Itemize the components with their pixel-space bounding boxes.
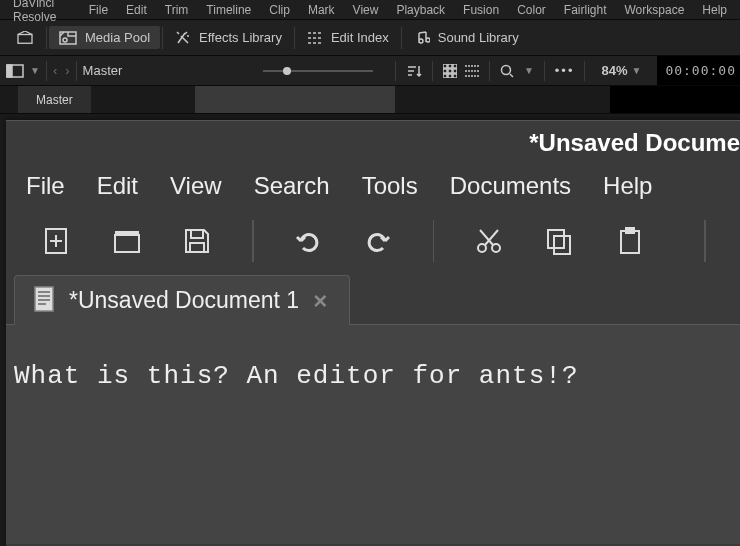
media-pool-button[interactable]: Media Pool — [49, 26, 160, 49]
svg-rect-23 — [554, 236, 570, 254]
menu-trim[interactable]: Trim — [156, 1, 198, 19]
ed-menu-help[interactable]: Help — [603, 172, 652, 200]
editor-text-area[interactable]: What is this? An editor for ants!? — [6, 324, 740, 544]
menu-playback[interactable]: Playback — [387, 1, 454, 19]
save-button[interactable] — [181, 224, 214, 258]
more-icon[interactable]: ••• — [555, 63, 575, 78]
window-titlebar[interactable]: *Unsaved Docume — [6, 121, 740, 165]
menu-edit[interactable]: Edit — [117, 1, 156, 19]
menu-clip[interactable]: Clip — [260, 1, 299, 19]
nav-back-icon[interactable]: ‹ — [53, 63, 57, 78]
svg-point-2 — [63, 38, 67, 42]
timecode[interactable]: 00:00:00 — [657, 56, 740, 85]
svg-rect-10 — [453, 69, 457, 73]
menu-help[interactable]: Help — [693, 1, 736, 19]
paste-button[interactable] — [614, 224, 647, 258]
open-folder-icon — [112, 226, 142, 256]
redo-button[interactable] — [362, 224, 395, 258]
document-tab[interactable]: *Unsaved Document 1 × — [14, 275, 350, 325]
menu-view[interactable]: View — [344, 1, 388, 19]
menu-color[interactable]: Color — [508, 1, 555, 19]
menu-fusion[interactable]: Fusion — [454, 1, 508, 19]
sidebar-toggle-icon[interactable] — [6, 64, 24, 78]
editor-menubar: File Edit View Search Tools Documents He… — [6, 165, 740, 207]
sound-library-icon — [414, 30, 430, 46]
undo-button[interactable] — [292, 224, 325, 258]
effects-icon — [175, 30, 191, 46]
menu-mark[interactable]: Mark — [299, 1, 344, 19]
undo-icon — [293, 226, 323, 256]
effects-library-label: Effects Library — [199, 30, 282, 45]
sound-library-button[interactable]: Sound Library — [404, 26, 529, 50]
svg-rect-4 — [7, 65, 12, 77]
media-pool-label: Media Pool — [85, 30, 150, 45]
menu-timeline[interactable]: Timeline — [197, 1, 260, 19]
ed-menu-file[interactable]: File — [26, 172, 65, 200]
ed-menu-search[interactable]: Search — [254, 172, 330, 200]
menu-fairlight[interactable]: Fairlight — [555, 1, 616, 19]
text-editor-window: *Unsaved Docume File Edit View Search To… — [6, 120, 740, 546]
svg-rect-7 — [453, 64, 457, 68]
document-tab-label: *Unsaved Document 1 — [69, 287, 299, 314]
chevron-down-icon[interactable]: ▼ — [30, 65, 40, 76]
sort-icon[interactable] — [406, 64, 422, 78]
svg-rect-0 — [18, 34, 32, 43]
edit-index-button[interactable]: Edit Index — [297, 26, 399, 49]
copy-icon — [544, 226, 574, 256]
chevron-down-icon[interactable]: ▼ — [524, 65, 534, 76]
ed-menu-documents[interactable]: Documents — [450, 172, 571, 200]
copy-button[interactable] — [543, 224, 576, 258]
svg-rect-22 — [548, 230, 564, 248]
sound-library-label: Sound Library — [438, 30, 519, 45]
effects-library-button[interactable]: Effects Library — [165, 26, 292, 50]
search-icon[interactable] — [500, 64, 514, 78]
svg-point-20 — [478, 244, 486, 252]
svg-rect-8 — [443, 69, 447, 73]
paste-icon — [615, 226, 645, 256]
new-file-icon — [41, 226, 71, 256]
svg-point-14 — [501, 65, 510, 74]
grid-view-icon[interactable] — [443, 64, 457, 78]
svg-rect-18 — [191, 230, 203, 238]
thumbnail-size-slider[interactable] — [263, 61, 373, 81]
new-file-button[interactable] — [40, 224, 73, 258]
menu-file[interactable]: File — [80, 1, 117, 19]
zoom-value[interactable]: 84% — [601, 63, 627, 78]
close-tab-button[interactable]: × — [313, 287, 327, 315]
document-icon — [33, 286, 55, 316]
svg-rect-26 — [35, 287, 53, 311]
davinci-bin-tabs: Master — [0, 86, 740, 114]
ed-menu-edit[interactable]: Edit — [97, 172, 138, 200]
davinci-shelf: Media Pool Effects Library Edit Index So… — [0, 20, 740, 56]
svg-rect-9 — [448, 69, 452, 73]
open-file-button[interactable] — [111, 224, 144, 258]
window-title: *Unsaved Docume — [529, 129, 740, 157]
svg-rect-11 — [443, 74, 447, 78]
cut-button[interactable] — [472, 224, 505, 258]
list-view-icon[interactable] — [465, 65, 479, 77]
breadcrumb[interactable]: Master — [77, 63, 263, 78]
editor-tab-row: *Unsaved Document 1 × — [6, 275, 740, 325]
redo-icon — [363, 226, 393, 256]
svg-rect-25 — [626, 228, 634, 233]
svg-rect-5 — [443, 64, 447, 68]
ed-menu-view[interactable]: View — [170, 172, 222, 200]
davinci-toolbar: ▼ ‹ › Master ▼ ••• 84% — [0, 56, 740, 86]
home-button[interactable] — [6, 27, 44, 49]
menu-app[interactable]: DaVinci Resolve — [4, 0, 80, 26]
svg-rect-19 — [190, 243, 204, 252]
bin-tab-master[interactable]: Master — [18, 86, 91, 113]
menu-workspace[interactable]: Workspace — [616, 1, 694, 19]
media-pool-icon — [59, 31, 77, 45]
editor-toolbar — [6, 207, 740, 275]
ed-menu-tools[interactable]: Tools — [362, 172, 418, 200]
save-icon — [182, 226, 212, 256]
edit-index-icon — [307, 31, 323, 45]
svg-rect-6 — [448, 64, 452, 68]
cut-icon — [474, 226, 504, 256]
svg-rect-24 — [621, 231, 639, 253]
nav-forward-icon[interactable]: › — [65, 63, 69, 78]
chevron-down-icon[interactable]: ▼ — [631, 65, 641, 76]
svg-rect-13 — [453, 74, 457, 78]
edit-index-label: Edit Index — [331, 30, 389, 45]
